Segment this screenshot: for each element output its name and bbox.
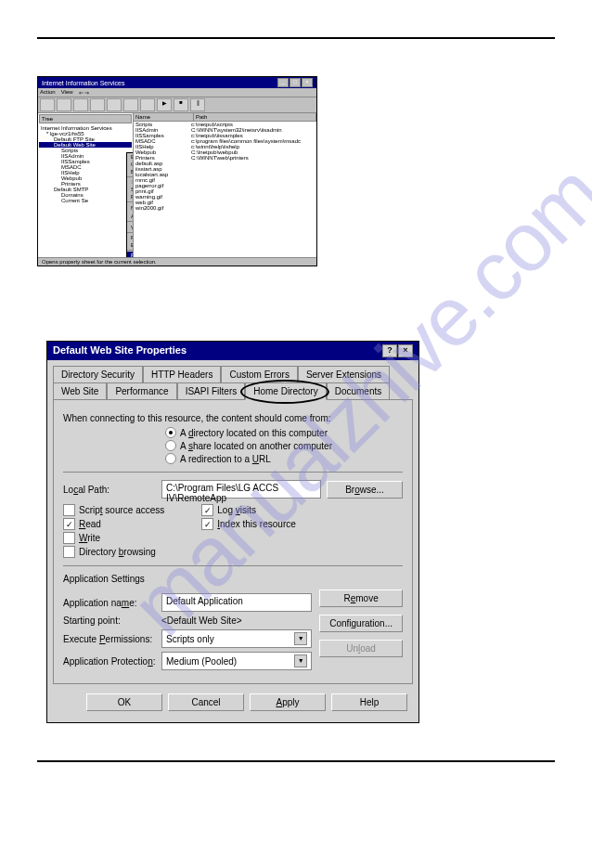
configuration-button[interactable]: Configuration... (319, 615, 403, 632)
tab[interactable]: Directory Security (53, 366, 143, 382)
iis-menubar: Action View ⇐ ⇒ (38, 88, 316, 97)
checkbox-icon (63, 532, 75, 544)
intro-text: When connecting to this resource, the co… (63, 413, 403, 423)
checkbox-option[interactable]: Script source access (63, 504, 164, 516)
list-header-name[interactable]: Name (134, 113, 194, 121)
toolbar-button[interactable] (73, 98, 88, 111)
menu-view[interactable]: View (61, 89, 73, 96)
menu-item[interactable]: Export List... (127, 241, 134, 249)
app-name-input[interactable]: Default Application (161, 593, 312, 612)
radio-option[interactable]: A directory located on this computer (165, 427, 403, 438)
radio-option[interactable]: A share located on another computer (165, 440, 403, 451)
app-name-label: Application name: (63, 598, 156, 608)
app-settings-label: Application Settings (63, 574, 403, 584)
menu-item[interactable]: View ▸ (127, 223, 134, 231)
close-button[interactable]: × (398, 344, 413, 357)
radio-option[interactable]: A redirection to a URL (165, 453, 403, 464)
tab[interactable]: Web Site (53, 382, 107, 399)
exec-perm-label: Execute Permissions: (63, 634, 156, 644)
radio-icon (165, 427, 176, 438)
maximize-button[interactable]: □ (290, 78, 301, 87)
checkbox-icon (201, 518, 213, 530)
cancel-button[interactable]: Cancel (168, 693, 244, 711)
tab[interactable]: ISAPI Filters (177, 382, 246, 399)
toolbar-button[interactable] (107, 98, 122, 111)
menu-item[interactable]: Explore (127, 153, 134, 161)
toolbar-button[interactable]: ■ (174, 98, 188, 111)
toolbar-button[interactable] (57, 98, 71, 111)
list-item[interactable]: win2000.gif (134, 205, 316, 211)
toolbar-button[interactable] (140, 98, 155, 111)
tab[interactable]: Custom Errors (221, 366, 297, 382)
apply-button[interactable]: Apply (250, 693, 326, 711)
app-prot-select[interactable]: Medium (Pooled)▼ (161, 652, 312, 670)
iis-title-text: Internet Information Services (42, 80, 125, 86)
menu-item[interactable]: Open (127, 161, 134, 168)
toolbar-button[interactable] (40, 98, 55, 111)
menu-item[interactable]: New ▸ (127, 203, 134, 212)
checkbox-icon (201, 504, 213, 516)
menu-item[interactable]: Refresh (127, 234, 134, 241)
local-path-input[interactable]: C:\Program Files\LG ACCS IV\RemoteApp (161, 480, 321, 499)
iis-statusbar: Opens property sheet for the current sel… (38, 257, 316, 266)
menu-item[interactable]: Start (127, 178, 134, 186)
minimize-button[interactable]: _ (277, 78, 289, 87)
menu-item[interactable]: All Tasks ▸ (127, 212, 134, 220)
exec-perm-select[interactable]: Scripts only▼ (161, 629, 312, 648)
tree-item[interactable]: Current Se (39, 198, 132, 203)
context-menu: ExploreOpenBrowseStartStopPauseNew ▸All … (126, 152, 134, 257)
close-button[interactable]: × (302, 78, 313, 87)
menu-item[interactable]: Stop (127, 186, 134, 193)
dialog-titlebar: Default Web Site Properties ? × (47, 342, 418, 360)
checkbox-icon (63, 518, 75, 530)
menu-item[interactable]: Pause (127, 193, 134, 201)
toolbar-button[interactable]: ▶ (157, 98, 172, 111)
dialog-title: Default Web Site Properties (53, 344, 187, 357)
iis-window: Internet Information Services _ □ × Acti… (37, 76, 317, 266)
tab[interactable]: Server Extensions (298, 366, 390, 382)
radio-icon (165, 440, 176, 451)
tree-header: Tree (39, 114, 132, 123)
checkbox-option[interactable]: Index this resource (201, 518, 296, 530)
app-prot-label: Application Protection: (63, 656, 156, 667)
checkbox-icon (63, 504, 75, 516)
toolbar-button[interactable] (90, 98, 105, 111)
unload-button[interactable]: Unload (319, 640, 403, 657)
tree-pane[interactable]: Tree Internet Information Services* lge-… (38, 113, 134, 257)
toolbar-button[interactable]: ‖ (190, 98, 205, 111)
starting-point-value: <Default Web Site> (161, 615, 242, 626)
tab[interactable]: HTTP Headers (143, 366, 222, 382)
checkbox-icon (63, 546, 75, 558)
browse-button[interactable]: Browse... (327, 481, 403, 499)
iis-toolbar: ▶ ■ ‖ (38, 97, 316, 113)
help-button[interactable]: ? (382, 344, 397, 357)
tab[interactable]: Performance (107, 382, 176, 399)
local-path-label: Local Path: (63, 485, 156, 495)
tab[interactable]: Home Directory (245, 382, 326, 400)
list-header-path[interactable]: Path (194, 113, 316, 121)
tab[interactable]: Documents (327, 382, 391, 399)
checkbox-option[interactable]: Log visits (201, 504, 296, 516)
properties-dialog: Default Web Site Properties ? × Director… (46, 341, 419, 723)
remove-button[interactable]: Remove (319, 589, 403, 607)
toolbar-button[interactable] (123, 98, 138, 111)
help-button[interactable]: Help (331, 693, 407, 711)
starting-point-label: Starting point: (63, 615, 156, 626)
list-pane[interactable]: Name Path Scriptsc:\inetpub\scriptsIISAd… (134, 113, 316, 257)
menu-action[interactable]: Action (40, 89, 56, 96)
menu-item[interactable]: Properties (127, 252, 134, 257)
checkbox-option[interactable]: Write (63, 532, 164, 544)
ok-button[interactable]: OK (86, 693, 162, 711)
checkbox-option[interactable]: Directory browsing (63, 546, 164, 558)
menu-item[interactable]: Browse (127, 168, 134, 175)
radio-icon (165, 453, 176, 464)
checkbox-option[interactable]: Read (63, 518, 164, 530)
iis-titlebar: Internet Information Services _ □ × (38, 77, 316, 88)
